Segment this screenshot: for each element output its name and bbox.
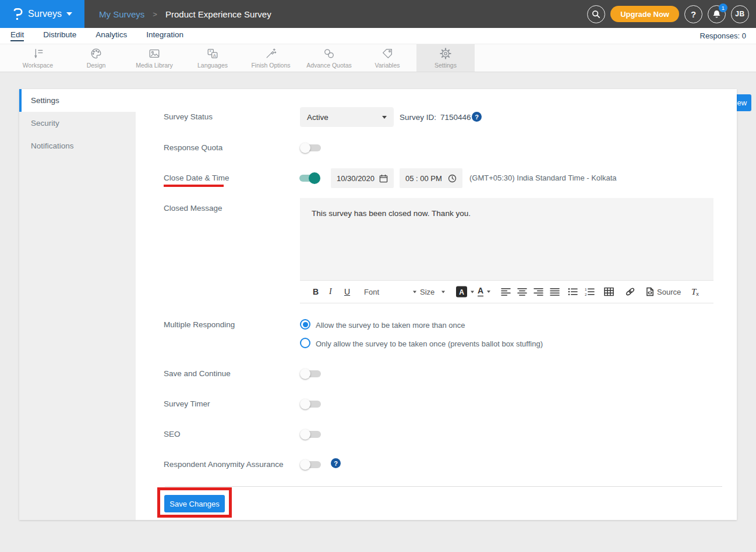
font-dropdown[interactable]: Font xyxy=(364,288,416,296)
questionpro-logo-icon xyxy=(12,7,23,21)
toolbar-item-design[interactable]: Design xyxy=(67,44,125,72)
sidebar-item-notifications[interactable]: Notifications xyxy=(19,135,136,157)
survey-id-value: 7150446 xyxy=(440,113,471,122)
numbered-list-icon: 12 xyxy=(585,288,595,296)
anonymity-help-icon[interactable]: ? xyxy=(331,458,341,468)
svg-text:A: A xyxy=(213,53,217,58)
red-underline-annotation xyxy=(164,185,224,187)
anonymity-label: Respondent Anonymity Assurance xyxy=(164,460,284,469)
radio-allow-multiple-label: Allow the survey to be taken more than o… xyxy=(316,321,465,330)
notifications-button[interactable]: 1 xyxy=(708,5,726,23)
timezone-text: (GMT+05:30) India Standard Time - Kolkat… xyxy=(469,174,617,182)
survey-status-select[interactable]: Active xyxy=(300,107,394,127)
closed-message-textarea[interactable]: This survey has been closed now. Thank y… xyxy=(300,198,713,280)
section-tabs-row: Edit Distribute Analytics Integration Re… xyxy=(0,28,756,44)
toolbar-item-advance-quotas[interactable]: Advance Quotas xyxy=(300,44,358,72)
underline-button[interactable]: U xyxy=(344,287,350,296)
save-continue-toggle[interactable] xyxy=(300,368,322,380)
survey-id-help-icon[interactable]: ? xyxy=(472,112,482,122)
toolbar-item-finish-options[interactable]: Finish Options xyxy=(242,44,300,72)
tab-edit[interactable]: Edit xyxy=(10,30,24,41)
svg-text:*: * xyxy=(210,49,212,55)
multiple-responding-label: Multiple Responding xyxy=(164,320,235,329)
search-button[interactable] xyxy=(587,5,605,23)
radio-only-once-label: Only allow the survey to be taken once (… xyxy=(316,339,543,348)
product-name: Surveys xyxy=(28,9,62,19)
calendar-icon xyxy=(379,174,388,183)
form-divider xyxy=(165,486,722,487)
image-icon xyxy=(148,47,161,60)
settings-sidebar: Settings Security Notifications xyxy=(19,89,136,520)
insert-table-button[interactable] xyxy=(604,288,614,296)
chevron-down-icon xyxy=(441,291,445,293)
bullet-list-button[interactable] xyxy=(568,288,578,296)
save-continue-label: Save and Continue xyxy=(164,369,231,378)
tab-analytics[interactable]: Analytics xyxy=(96,30,127,41)
numbered-list-button[interactable]: 12 xyxy=(585,288,595,296)
survey-status-label: Survey Status xyxy=(164,112,213,121)
survey-status-value: Active xyxy=(307,113,328,122)
align-center-icon xyxy=(517,288,527,296)
settings-panel: Settings Security Notifications Survey S… xyxy=(19,89,737,520)
radio-only-once[interactable] xyxy=(300,338,310,348)
question-mark-icon: ? xyxy=(691,9,696,19)
page-title: Product Experience Survey xyxy=(165,9,271,19)
editor-toolbar: B I U Font Size A A xyxy=(300,280,713,303)
user-avatar[interactable]: JB xyxy=(731,5,749,23)
italic-button[interactable]: I xyxy=(329,287,332,296)
align-right-button[interactable] xyxy=(534,288,543,296)
sidebar-item-settings[interactable]: Settings xyxy=(19,89,136,112)
size-dropdown[interactable]: Size xyxy=(420,288,445,296)
radio-allow-multiple[interactable] xyxy=(300,319,310,330)
notification-count-badge: 1 xyxy=(719,3,727,12)
close-time-value: 05 : 00 PM xyxy=(405,174,442,183)
breadcrumb-my-surveys[interactable]: My Surveys xyxy=(99,9,144,19)
align-center-button[interactable] xyxy=(517,288,527,296)
chevron-down-icon xyxy=(382,116,387,119)
chevron-down-icon xyxy=(471,291,474,293)
survey-timer-toggle[interactable] xyxy=(300,398,322,410)
toolbar-item-settings[interactable]: Settings xyxy=(416,44,475,72)
red-box-annotation xyxy=(157,487,232,518)
closed-message-label: Closed Message xyxy=(164,204,222,213)
responses-count: Responses: 0 xyxy=(700,31,747,40)
close-date-field[interactable]: 10/30/2020 xyxy=(331,168,394,188)
chevron-down-icon xyxy=(413,291,416,293)
upgrade-now-button[interactable]: Upgrade Now xyxy=(610,6,679,22)
close-date-value: 10/30/2020 xyxy=(337,174,375,183)
tab-integration[interactable]: Integration xyxy=(146,30,183,41)
sidebar-item-security[interactable]: Security xyxy=(19,112,136,135)
svg-text:2: 2 xyxy=(585,292,587,296)
anonymity-toggle[interactable] xyxy=(300,459,322,470)
workspace-icon xyxy=(31,47,44,60)
survey-id-label: Survey ID: xyxy=(400,113,436,122)
insert-link-button[interactable] xyxy=(625,288,635,296)
toolbar-item-variables[interactable]: Variables xyxy=(358,44,416,72)
response-quota-toggle[interactable] xyxy=(300,142,322,154)
remove-format-button[interactable]: T x xyxy=(691,287,699,297)
topbar-actions: Upgrade Now ? 1 JB xyxy=(587,0,749,28)
seo-toggle[interactable] xyxy=(300,429,322,440)
chevron-down-icon xyxy=(66,12,72,16)
palette-icon xyxy=(90,47,103,60)
tab-distribute[interactable]: Distribute xyxy=(43,30,76,41)
align-left-icon xyxy=(501,288,511,296)
toolbar-item-languages[interactable]: * A Languages xyxy=(183,44,242,72)
close-date-time-toggle[interactable] xyxy=(298,172,320,184)
justify-icon xyxy=(550,288,560,296)
close-time-field[interactable]: 05 : 00 PM xyxy=(400,168,462,188)
justify-button[interactable] xyxy=(550,288,560,296)
text-color-button[interactable]: A xyxy=(478,286,490,297)
bullet-list-icon xyxy=(568,288,578,296)
product-switcher[interactable]: Surveys xyxy=(0,0,84,28)
bold-button[interactable]: B xyxy=(313,287,319,296)
source-button[interactable]: Source xyxy=(646,287,681,296)
seo-label: SEO xyxy=(164,430,181,438)
align-left-button[interactable] xyxy=(501,288,511,296)
closed-message-editor: This survey has been closed now. Thank y… xyxy=(300,198,713,303)
toolbar-item-workspace[interactable]: Workspace xyxy=(9,44,67,72)
survey-timer-label: Survey Timer xyxy=(164,399,210,408)
toolbar-item-media-library[interactable]: Media Library xyxy=(125,44,183,72)
background-color-button[interactable]: A xyxy=(456,286,474,298)
help-button[interactable]: ? xyxy=(684,5,702,23)
